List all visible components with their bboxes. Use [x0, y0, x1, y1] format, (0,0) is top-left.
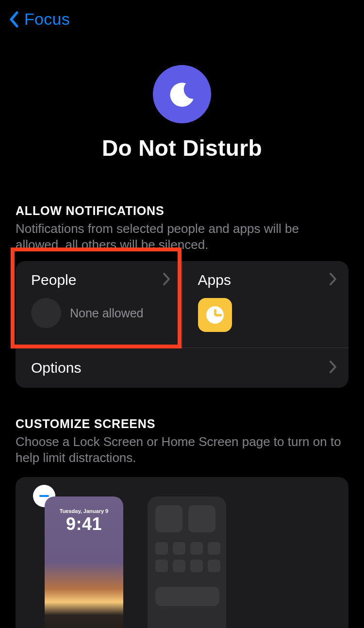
section-caption: Notifications from selected people and a…	[16, 221, 348, 252]
moon-icon	[153, 65, 211, 123]
minus-icon	[39, 495, 49, 497]
app-placeholder	[173, 560, 185, 572]
nav-bar: Focus	[0, 0, 364, 38]
section-title: ALLOW NOTIFICATIONS	[16, 204, 348, 218]
app-placeholder	[190, 542, 203, 555]
empty-avatar-icon	[31, 298, 61, 328]
chevron-right-icon	[329, 360, 337, 376]
home-screen-slot[interactable]	[148, 496, 226, 628]
app-placeholder	[173, 542, 185, 555]
app-placeholder	[155, 560, 168, 572]
dock-placeholder	[155, 587, 219, 606]
lockscreen-date: Tuesday, January 9	[45, 508, 123, 514]
app-placeholder	[190, 560, 203, 572]
home-screen-preview	[148, 496, 226, 628]
app-placeholder	[208, 542, 220, 555]
people-status: None allowed	[70, 306, 144, 320]
app-placeholder	[208, 560, 220, 572]
back-button-label[interactable]: Focus	[24, 10, 70, 29]
apps-label: Apps	[198, 272, 231, 288]
allow-notifications-card: People None allowed Apps	[16, 261, 348, 388]
lockscreen-time: 9:41	[45, 514, 123, 534]
app-placeholder	[155, 542, 168, 555]
clock-app-icon	[198, 298, 232, 332]
page-title: Do Not Disturb	[102, 135, 262, 161]
back-chevron-icon[interactable]	[7, 11, 21, 28]
people-label: People	[31, 272, 76, 288]
widget-placeholder	[188, 505, 215, 532]
people-cell[interactable]: People None allowed	[16, 261, 182, 347]
customize-screens-card: Tuesday, January 9 9:41	[16, 477, 348, 628]
lock-screen-slot[interactable]: Tuesday, January 9 9:41	[45, 496, 123, 628]
apps-cell[interactable]: Apps	[182, 261, 349, 347]
section-caption: Choose a Lock Screen or Home Screen page…	[16, 434, 348, 465]
chevron-right-icon	[163, 272, 170, 288]
widget-placeholder	[155, 505, 182, 532]
section-title: CUSTOMIZE SCREENS	[16, 417, 348, 431]
customize-screens-header: CUSTOMIZE SCREENS Choose a Lock Screen o…	[16, 417, 348, 465]
options-cell[interactable]: Options	[16, 347, 348, 388]
allow-notifications-header: ALLOW NOTIFICATIONS Notifications from s…	[16, 204, 348, 252]
lock-screen-preview: Tuesday, January 9 9:41	[45, 496, 123, 628]
options-label: Options	[31, 360, 81, 376]
focus-hero: Do Not Disturb	[0, 65, 364, 161]
chevron-right-icon	[329, 272, 337, 288]
